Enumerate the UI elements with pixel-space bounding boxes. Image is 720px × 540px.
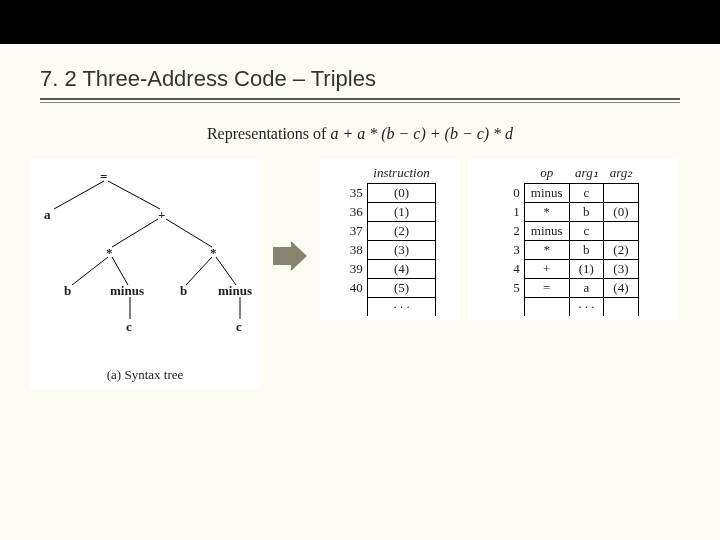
svg-line-7 [216, 257, 236, 285]
table-row: 39(4) [344, 260, 436, 279]
table-row: 3 * b (2) [507, 241, 638, 260]
table-row: 5 = a (4) [507, 279, 638, 298]
title-rule-1 [40, 98, 680, 100]
svg-line-5 [112, 257, 128, 285]
table-row: · · · [507, 298, 638, 317]
table-row: 36(1) [344, 203, 436, 222]
node-b1: b [64, 283, 71, 299]
node-b2: b [180, 283, 187, 299]
caption-prefix: Representations of [207, 125, 331, 142]
node-c1: c [126, 319, 132, 335]
th-op: op [524, 165, 569, 184]
table-row: 37(2) [344, 222, 436, 241]
table-row: · · · [344, 298, 436, 317]
triples-table: op arg₁ arg₂ 0 minus c 1 * b (0) 2 [507, 165, 638, 316]
tree-edges [30, 159, 260, 359]
node-min2: minus [218, 283, 252, 299]
svg-line-1 [108, 181, 160, 209]
th-arg2: arg₂ [604, 165, 639, 184]
node-c2: c [236, 319, 242, 335]
svg-marker-10 [273, 241, 307, 271]
table-row: 0 minus c [507, 184, 638, 203]
expression: a + a * (b − c) + (b − c) * d [330, 125, 513, 142]
table-row: 4 + (1) (3) [507, 260, 638, 279]
node-min1: minus [110, 283, 144, 299]
triples-table-panel: op arg₁ arg₂ 0 minus c 1 * b (0) 2 [468, 159, 678, 320]
instruction-table: instruction 35(0) 36(1) 37(2) 38(3) 39(4… [344, 165, 436, 316]
instruction-table-panel: instruction 35(0) 36(1) 37(2) 38(3) 39(4… [320, 159, 460, 320]
slide-title: 7. 2 Three-Address Code – Triples [40, 66, 680, 92]
title-rule-2 [40, 102, 680, 103]
svg-line-6 [186, 257, 212, 285]
table-row: 38(3) [344, 241, 436, 260]
table-row: 40(5) [344, 279, 436, 298]
node-star2: * [210, 245, 217, 261]
svg-line-2 [112, 219, 158, 247]
svg-line-4 [72, 257, 108, 285]
panels-row: = a + * * b minus b minus c c (a) Syntax… [30, 159, 690, 389]
node-eq: = [100, 169, 107, 185]
syntax-tree-panel: = a + * * b minus b minus c c (a) Syntax… [30, 159, 260, 389]
svg-line-0 [54, 181, 104, 209]
node-star1: * [106, 245, 113, 261]
th-arg1: arg₁ [569, 165, 604, 184]
tree-caption: (a) Syntax tree [30, 367, 260, 383]
table-row: 2 minus c [507, 222, 638, 241]
top-bar [0, 0, 720, 44]
node-plus: + [158, 207, 165, 223]
node-a1: a [44, 207, 51, 223]
svg-line-3 [166, 219, 212, 247]
table-row: 35(0) [344, 184, 436, 203]
table-row: 1 * b (0) [507, 203, 638, 222]
content-area: Representations of a + a * (b − c) + (b … [30, 125, 690, 389]
instr-header: instruction [367, 165, 435, 184]
arrow-icon [268, 159, 312, 273]
caption: Representations of a + a * (b − c) + (b … [207, 125, 513, 143]
